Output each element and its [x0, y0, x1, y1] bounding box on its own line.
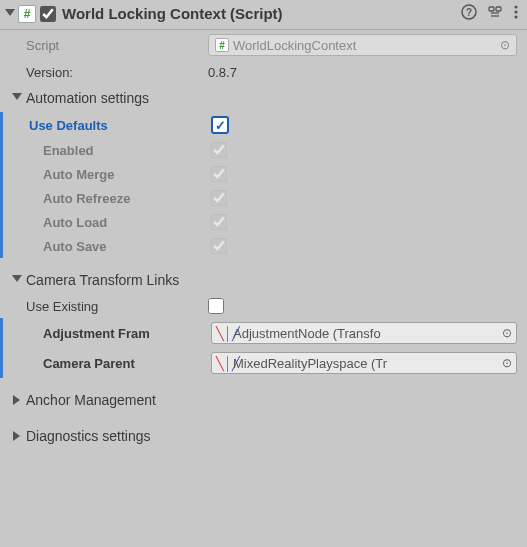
adjustment-frame-value: AdjustmentNode (Transfo — [233, 326, 381, 341]
use-defaults-label: Use Defaults — [3, 118, 211, 133]
script-value: WorldLockingContext — [233, 38, 356, 53]
automation-item-label: Auto Merge — [3, 167, 211, 182]
camera-parent-label: Camera Parent — [3, 356, 211, 371]
foldout-icon[interactable] — [4, 8, 16, 20]
camera-links-section-header[interactable]: Camera Transform Links — [0, 266, 527, 294]
object-picker-icon[interactable]: ⊙ — [500, 38, 510, 52]
camera-links-label: Camera Transform Links — [26, 272, 179, 288]
script-label: Script — [0, 38, 208, 53]
version-value: 0.8.7 — [208, 65, 517, 80]
adjustment-frame-field[interactable]: ╲│╱ AdjustmentNode (Transfo ⊙ — [211, 322, 517, 344]
object-picker-icon[interactable]: ⊙ — [502, 326, 512, 340]
automation-item-row: Auto Save — [0, 234, 527, 258]
svg-marker-0 — [5, 9, 15, 16]
automation-item-checkbox — [211, 190, 227, 206]
anchor-section-header[interactable]: Anchor Management — [0, 386, 527, 414]
camera-parent-value: MixedRealityPlayspace (Tr — [233, 356, 387, 371]
automation-item-label: Auto Save — [3, 239, 211, 254]
automation-item-checkbox — [211, 142, 227, 158]
version-row: Version: 0.8.7 — [0, 60, 527, 84]
script-icon: # — [18, 5, 36, 23]
version-label: Version: — [0, 65, 208, 80]
svg-marker-13 — [13, 431, 20, 441]
script-row: Script # WorldLockingContext ⊙ — [0, 30, 527, 60]
svg-marker-10 — [12, 93, 22, 100]
automation-item-row: Enabled — [0, 138, 527, 162]
component-title: World Locking Context (Script) — [62, 5, 461, 22]
camera-parent-field[interactable]: ╲│╱ MixedRealityPlayspace (Tr ⊙ — [211, 352, 517, 374]
adjustment-frame-row: Adjustment Fram ╲│╱ AdjustmentNode (Tran… — [0, 318, 527, 348]
camera-parent-row: Camera Parent ╲│╱ MixedRealityPlayspace … — [0, 348, 527, 378]
automation-item-row: Auto Merge — [0, 162, 527, 186]
svg-point-8 — [514, 10, 517, 13]
transform-icon: ╲│╱ — [216, 326, 231, 341]
automation-item-checkbox — [211, 166, 227, 182]
svg-rect-3 — [489, 7, 494, 11]
diagnostics-section-header[interactable]: Diagnostics settings — [0, 422, 527, 450]
automation-label: Automation settings — [26, 90, 149, 106]
component-header: # World Locking Context (Script) ? — [0, 0, 527, 30]
svg-point-7 — [514, 5, 517, 8]
use-existing-checkbox[interactable] — [208, 298, 224, 314]
svg-point-9 — [514, 15, 517, 18]
svg-rect-4 — [496, 7, 501, 11]
automation-item-row: Auto Load — [0, 210, 527, 234]
use-defaults-checkbox[interactable]: ✓ — [211, 116, 229, 134]
chevron-down-icon — [10, 93, 24, 103]
preset-icon[interactable] — [487, 4, 503, 23]
transform-icon: ╲│╱ — [216, 356, 231, 371]
svg-marker-11 — [12, 275, 22, 282]
use-existing-label: Use Existing — [0, 299, 208, 314]
automation-item-checkbox — [211, 238, 227, 254]
automation-item-checkbox — [211, 214, 227, 230]
automation-item-label: Enabled — [3, 143, 211, 158]
chevron-right-icon — [10, 431, 24, 441]
kebab-menu-icon[interactable] — [513, 4, 519, 23]
automation-item-row: Auto Refreeze — [0, 186, 527, 210]
adjustment-frame-label: Adjustment Fram — [3, 326, 211, 341]
diagnostics-label: Diagnostics settings — [26, 428, 151, 444]
automation-section-header[interactable]: Automation settings — [0, 84, 527, 112]
object-picker-icon[interactable]: ⊙ — [502, 356, 512, 370]
anchor-label: Anchor Management — [26, 392, 156, 408]
chevron-right-icon — [10, 395, 24, 405]
use-existing-row: Use Existing — [0, 294, 527, 318]
svg-marker-12 — [13, 395, 20, 405]
use-defaults-row: Use Defaults ✓ — [0, 112, 527, 138]
help-icon[interactable]: ? — [461, 4, 477, 23]
csharp-icon: # — [215, 38, 229, 52]
svg-text:?: ? — [466, 7, 472, 18]
automation-item-label: Auto Refreeze — [3, 191, 211, 206]
script-field[interactable]: # WorldLockingContext ⊙ — [208, 34, 517, 56]
chevron-down-icon — [10, 275, 24, 285]
automation-item-label: Auto Load — [3, 215, 211, 230]
enable-component-checkbox[interactable] — [40, 6, 56, 22]
